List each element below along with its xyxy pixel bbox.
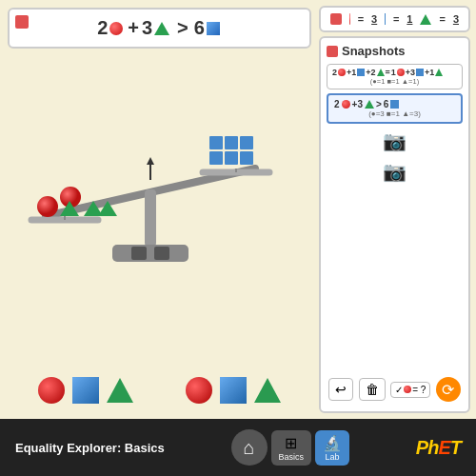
snapshot-item-1[interactable]: 2 +1 +2 = 1 +3 +1 (●=1 ■=1 ▲=1)	[327, 64, 463, 89]
refresh-btn[interactable]: ⟳	[436, 377, 461, 402]
left-panel: 2 + 3 > 6	[0, 0, 319, 419]
app-title: Equality Explorer: Basics	[15, 441, 165, 455]
eq-num3: 6	[194, 17, 205, 39]
svg-rect-16	[240, 151, 253, 165]
legend-box: = 3 = 1 = 3	[319, 6, 470, 32]
snap1-sub: (●=1 ■=1 ▲=1)	[332, 77, 457, 86]
draggable-circle-left[interactable]	[38, 377, 65, 404]
svg-point-9	[37, 196, 58, 217]
main-area: 2 + 3 > 6	[0, 0, 476, 419]
eq-triangle1	[154, 22, 169, 35]
equation-box: 2 + 3 > 6	[8, 8, 311, 49]
items-row	[8, 373, 311, 407]
snapshot-item-2[interactable]: 2 +3 > 6 (●=3 ■=1 ▲=3)	[327, 93, 463, 124]
eq-num2: 3	[142, 17, 152, 39]
lab-nav-btn[interactable]: 🔬 Lab	[315, 430, 349, 466]
eq-gt: >	[177, 17, 188, 39]
snap2-eq: 2 +3 > 6	[334, 99, 455, 109]
draggable-square-left[interactable]	[72, 377, 99, 404]
svg-rect-5	[145, 189, 156, 247]
snapshot-bottom-controls: ↩ 🗑 ✓ = ? ⟳	[327, 373, 463, 406]
camera-btn-2[interactable]: 📷	[383, 160, 407, 183]
scale-svg	[8, 56, 293, 266]
legend-eq1: =	[358, 13, 364, 25]
snap2-sub: (●=3 ■=1 ▲=3)	[334, 109, 455, 118]
snapshots-collapse-btn[interactable]	[327, 46, 338, 57]
draggable-circle-right[interactable]	[186, 377, 212, 404]
legend-square-val: 1	[407, 13, 412, 25]
legend-triangle	[420, 14, 431, 25]
trash-btn[interactable]: 🗑	[359, 378, 386, 401]
lab-icon: 🔬	[323, 434, 342, 452]
bottom-bar: Equality Explorer: Basics ⌂ ⊞ Basics 🔬 L…	[0, 419, 476, 476]
draggable-triangle-left[interactable]	[107, 378, 133, 403]
snapshots-label: Snapshots	[342, 44, 405, 58]
home-btn[interactable]: ⌂	[231, 429, 268, 466]
eq-plus1: +	[128, 17, 139, 39]
eq-num1: 2	[97, 17, 108, 39]
svg-rect-15	[225, 151, 238, 165]
camera-row-1: 📷	[327, 129, 463, 152]
svg-rect-19	[240, 136, 253, 149]
legend-triangle-val: 3	[453, 13, 459, 25]
snapshots-panel: Snapshots 2 +1 +2 = 1 +3 +1	[319, 36, 470, 413]
check-btn[interactable]: ✓ = ?	[390, 382, 430, 398]
legend-circle	[349, 13, 350, 25]
svg-rect-18	[225, 136, 238, 149]
legend-eq3: =	[439, 13, 445, 25]
equation-collapse-btn[interactable]	[15, 15, 29, 29]
lab-label: Lab	[326, 452, 340, 462]
camera-btn-1[interactable]: 📷	[383, 129, 407, 152]
basics-nav-btn[interactable]: ⊞ Basics	[271, 430, 312, 466]
camera-row-2: 📷	[327, 160, 463, 183]
right-panel: = 3 = 1 = 3 Snapshots 2 +1 +2	[319, 0, 476, 419]
legend-square	[385, 13, 386, 25]
svg-rect-14	[209, 151, 223, 165]
right-items	[186, 377, 281, 404]
undo-btn[interactable]: ↩	[328, 378, 353, 401]
snap1-eq: 2 +1 +2 = 1 +3 +1	[332, 68, 457, 77]
eq-circle1	[109, 22, 123, 35]
eq-square1	[207, 22, 220, 35]
scale-area	[8, 56, 311, 373]
nav-buttons: ⌂ ⊞ Basics 🔬 Lab	[231, 429, 350, 466]
svg-rect-6	[112, 245, 188, 262]
svg-marker-21	[147, 157, 154, 165]
legend-eq2: =	[393, 13, 399, 25]
svg-rect-17	[209, 136, 223, 149]
draggable-square-right[interactable]	[220, 377, 247, 404]
legend-circle-val: 3	[371, 13, 377, 25]
legend-collapse-btn[interactable]	[330, 13, 342, 25]
draggable-triangle-right[interactable]	[254, 378, 281, 403]
left-items	[38, 377, 133, 404]
svg-rect-7	[131, 247, 147, 260]
basics-icon: ⊞	[285, 434, 297, 452]
svg-rect-8	[154, 247, 169, 260]
snapshots-title: Snapshots	[327, 44, 463, 58]
basics-label: Basics	[279, 452, 305, 462]
phet-logo: PhET	[416, 437, 461, 459]
